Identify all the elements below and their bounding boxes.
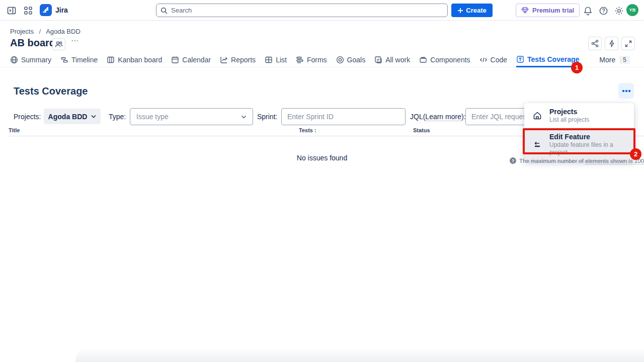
section-more-actions-button[interactable] (618, 83, 634, 99)
premium-trial-button[interactable]: Premium trial (516, 4, 580, 17)
tab-label: List (276, 56, 287, 64)
tab-goals[interactable]: Goals (336, 53, 366, 67)
calendar-icon (171, 56, 179, 64)
menu-item-edit-feature[interactable]: Edit Feature Update feature files in a p… (524, 128, 634, 161)
gem-icon (521, 7, 529, 14)
help-icon[interactable] (598, 5, 609, 16)
type-filter-label: Type: (109, 113, 126, 121)
tab-label: Goals (347, 56, 366, 64)
jql-learn-more-link[interactable]: Learn more (425, 113, 461, 121)
tab-reports[interactable]: Reports (220, 53, 256, 67)
home-icon (532, 111, 543, 121)
sprint-filter-label: Sprint: (257, 113, 277, 121)
tab-forms[interactable]: Forms (296, 53, 327, 67)
share-button[interactable] (588, 37, 602, 50)
bottom-shadow-overlay (75, 348, 644, 362)
search-bar[interactable] (156, 4, 448, 17)
annotation-step-2: 2 (630, 148, 641, 160)
question-mark-icon[interactable]: ? (510, 157, 516, 164)
tab-label: Summary (21, 56, 51, 64)
create-button-label: Create (466, 7, 486, 14)
more-count-badge: 5 (619, 56, 630, 64)
tab-components[interactable]: Components (419, 53, 470, 67)
issue-type-select[interactable]: Issue type (130, 108, 253, 125)
tab-list[interactable]: List (265, 53, 287, 67)
breadcrumb: Projects / Agoda BDD (10, 28, 80, 35)
tab-label: Forms (307, 56, 327, 64)
menu-item-subtitle: Update feature files in a project (549, 141, 630, 156)
projects-filter-value: Agoda BDD (48, 113, 88, 121)
column-header-title: Title (9, 127, 20, 133)
search-icon (160, 7, 168, 14)
jira-logo[interactable] (40, 4, 52, 16)
chevron-down-icon (241, 115, 247, 119)
tab-kanban-board[interactable]: Kanban board (107, 53, 162, 67)
column-header-tests: Tests : (299, 127, 316, 133)
section-title: Tests Coverage (14, 85, 88, 97)
search-input[interactable] (171, 7, 443, 14)
section-actions-dropdown: Projects List all projects Edit Feature … (524, 103, 634, 161)
menu-item-projects[interactable]: Projects List all projects (524, 103, 634, 128)
top-navigation-bar: Jira Create Premium trial (0, 0, 644, 21)
projects-filter-dropdown[interactable]: Agoda BDD (44, 109, 101, 124)
tab-label: Timeline (71, 56, 98, 64)
tab-label: Kanban board (118, 56, 162, 64)
plus-icon (457, 8, 463, 14)
header-actions (588, 37, 635, 50)
tab-code[interactable]: Code (479, 53, 507, 67)
board-tabs: Summary Timeline Kanban board Calendar R… (0, 53, 644, 67)
annotation-step-1: 1 (571, 62, 583, 73)
max-elements-footnote: ? The maximum number of elements shown i… (510, 157, 644, 164)
menu-item-title: Projects (549, 108, 589, 116)
feature-edit-icon (532, 141, 543, 148)
board-members-button[interactable] (52, 38, 65, 50)
kanban-icon (107, 56, 115, 64)
create-button[interactable]: Create (451, 4, 493, 17)
tab-calendar[interactable]: Calendar (171, 53, 211, 67)
breadcrumb-separator: / (39, 28, 41, 35)
projects-filter-label: Projects: (14, 113, 41, 121)
menu-item-subtitle: List all projects (549, 116, 589, 124)
issue-type-placeholder: Issue type (136, 113, 169, 121)
tabs-more-dropdown[interactable]: More 5 (599, 56, 630, 64)
all-work-icon (374, 56, 382, 64)
reports-icon (220, 56, 228, 64)
tab-label: Calendar (182, 56, 211, 64)
automation-lightning-button[interactable] (605, 37, 618, 50)
user-avatar[interactable]: YB (626, 4, 638, 16)
globe-icon (10, 56, 18, 64)
tab-summary[interactable]: Summary (10, 53, 51, 67)
timeline-icon (60, 56, 68, 64)
tab-label: Components (430, 56, 470, 64)
app-name: Jira (55, 6, 68, 14)
jira-page: Jira Create Premium trial (0, 0, 644, 362)
tests-coverage-icon (516, 55, 524, 63)
components-icon (419, 56, 427, 64)
people-icon (55, 41, 63, 48)
column-header-status: Status (413, 127, 430, 133)
premium-trial-label: Premium trial (532, 7, 574, 14)
breadcrumb-projects[interactable]: Projects (10, 28, 34, 35)
tab-label: Reports (231, 56, 256, 64)
forms-icon (296, 56, 304, 64)
jql-filter-label: JQL(Learn more): (410, 113, 466, 121)
tab-all-work[interactable]: All work (374, 53, 410, 67)
list-grid-icon (265, 56, 273, 64)
app-switcher-icon[interactable] (23, 5, 34, 16)
tab-tests-coverage[interactable]: Tests Coverage (516, 53, 579, 67)
settings-gear-icon[interactable] (613, 5, 624, 16)
code-icon (479, 56, 488, 64)
breadcrumb-agoda-bdd[interactable]: Agoda BDD (46, 28, 80, 35)
goals-target-icon (336, 56, 344, 64)
notifications-bell-icon[interactable] (582, 5, 593, 16)
board-more-menu[interactable]: ⋯ (71, 36, 79, 45)
page-title: AB board (10, 37, 55, 49)
sidebar-toggle-icon[interactable] (6, 5, 17, 16)
expand-button[interactable] (621, 37, 635, 50)
chevron-down-icon (91, 115, 96, 118)
tab-timeline[interactable]: Timeline (60, 53, 98, 67)
tab-label: Tests Coverage (527, 55, 579, 63)
tab-label: Code (491, 56, 507, 64)
sprint-id-input[interactable] (281, 108, 406, 125)
tab-label: All work (385, 56, 410, 64)
